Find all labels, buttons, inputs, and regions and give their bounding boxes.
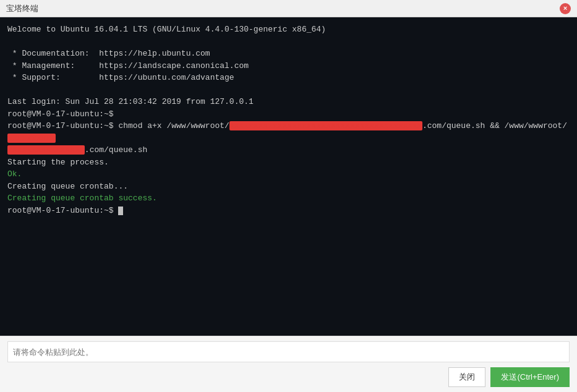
command-input[interactable] [7,341,570,362]
terminal-line [7,36,570,48]
terminal-line: * Management: https://landscape.canonica… [7,60,570,72]
bottom-input-area: 关闭 发送(Ctrl+Enter) [0,336,577,392]
button-group: 关闭 发送(Ctrl+Enter) [7,367,570,387]
terminal-line-ok: Ok. [7,168,570,181]
title-bar: 宝塔终端 × [0,0,577,17]
terminal-output: Welcome to Ubuntu 16.04.1 LTS (GNU/Linux… [0,17,577,336]
terminal-cursor [118,207,123,215]
terminal-line: xxxxxxxxxxxxxxxx.com/queue.sh [7,144,570,156]
terminal-line-success: Creating queue crontab success. [7,192,570,205]
close-window-button[interactable]: × [560,3,571,14]
terminal-line: Welcome to Ubuntu 16.04.1 LTS (GNU/Linux… [7,23,570,36]
close-button[interactable]: 关闭 [448,367,485,387]
terminal-line: * Support: https://ubuntu.com/advantage [7,72,570,84]
redacted-text: xxxxxxxxxxxxxxxxxxxxxxxxxxxxxxxxxxxxxxxx [229,121,422,130]
terminal-line [7,84,570,96]
terminal-line: Last login: Sun Jul 28 21:03:42 2019 fro… [7,96,570,108]
terminal-line-cmd: root@VM-0-17-ubuntu:~$ chmod a+x /www/ww… [7,120,570,144]
terminal-line: * Documentation: https://help.ubuntu.com [7,48,570,60]
window-title: 宝塔终端 [6,3,38,14]
terminal-line-creating: Creating queue crontab... [7,181,570,193]
terminal-line: root@VM-0-17-ubuntu:~$ [7,108,570,121]
redacted-text: xxxxxxxxxx [7,134,56,143]
send-button[interactable]: 发送(Ctrl+Enter) [490,367,570,387]
redacted-text: xxxxxxxxxxxxxxxx [7,145,85,155]
terminal-line-starting: Starting the process. [7,156,570,169]
terminal-line-final-prompt: root@VM-0-17-ubuntu:~$ [7,205,570,217]
